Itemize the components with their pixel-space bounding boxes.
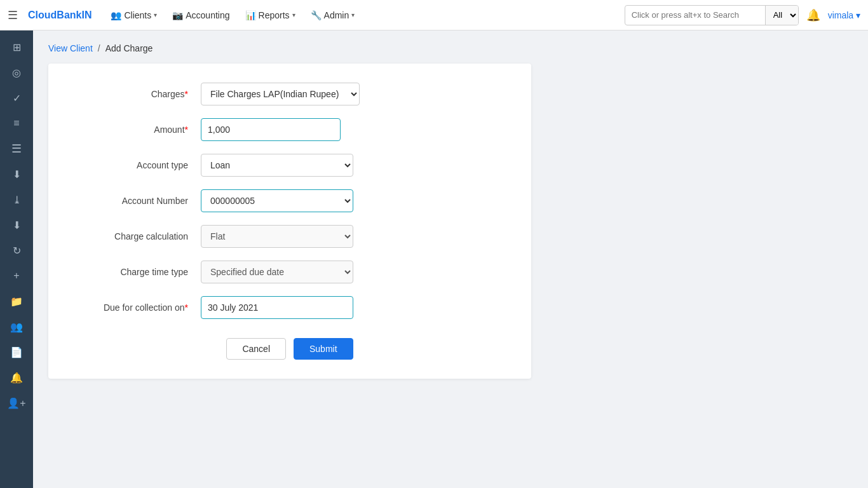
nav-label-admin: Admin — [324, 10, 349, 20]
sidebar-icon-file[interactable]: 📄 — [4, 341, 29, 363]
reports-icon: 📊 — [245, 10, 256, 20]
sidebar-icon-group[interactable]: 👥 — [4, 315, 29, 338]
sidebar-icon-check[interactable]: ✓ — [4, 86, 29, 109]
breadcrumb: View Client / Add Charge — [48, 43, 853, 53]
amount-label-text: Amount — [154, 125, 184, 135]
due-date-label: Due for collection on* — [74, 302, 201, 313]
hamburger-menu[interactable]: ☰ — [8, 8, 18, 22]
sidebar-icon-list2[interactable]: ☰ — [4, 137, 29, 160]
add-charge-form-card: Charges* File Charges LAP(Indian Rupee) … — [48, 64, 531, 379]
sidebar-icon-download3[interactable]: ⬇ — [4, 214, 29, 236]
nav-label-accounting: Accounting — [186, 10, 229, 20]
nav-item-admin[interactable]: 🔧 Admin ▾ — [304, 6, 362, 24]
sidebar-icon-folder[interactable]: 📁 — [4, 290, 29, 313]
charge-calc-row: Charge calculation Flat Percentage — [74, 225, 506, 248]
account-number-label: Account Number — [74, 196, 201, 206]
due-date-label-text: Due for collection on — [104, 302, 185, 313]
main-content: View Client / Add Charge Charges* File C… — [33, 30, 868, 488]
sidebar-icon-dashboard[interactable]: ⊞ — [4, 36, 29, 58]
sidebar-icon-list1[interactable]: ≡ — [4, 112, 29, 135]
charges-label: Charges* — [74, 89, 201, 99]
charges-required: * — [185, 89, 188, 99]
user-caret: ▾ — [856, 10, 860, 20]
nav-item-reports[interactable]: 📊 Reports ▾ — [239, 6, 302, 24]
reports-caret: ▾ — [292, 11, 295, 18]
account-number-select[interactable]: 000000005 000000006 000000007 — [201, 189, 353, 212]
notification-bell-icon[interactable]: 🔔 — [806, 8, 820, 22]
nav-label-reports: Reports — [259, 10, 290, 20]
nav-item-accounting[interactable]: 📷 Accounting — [166, 6, 236, 24]
sidebar-icon-plus[interactable]: + — [4, 264, 29, 287]
search-input[interactable] — [625, 10, 765, 20]
amount-label: Amount* — [74, 125, 201, 135]
navbar-right: All 🔔 vimala ▾ — [625, 5, 860, 25]
charge-time-label: Charge time type — [74, 267, 201, 277]
account-number-label-text: Account Number — [122, 196, 188, 206]
charges-row: Charges* File Charges LAP(Indian Rupee) … — [74, 83, 506, 105]
submit-button[interactable]: Submit — [294, 338, 353, 360]
nav-item-clients[interactable]: 👥 Clients ▾ — [104, 6, 163, 24]
charge-time-row: Charge time type Specified due date Mont… — [74, 261, 506, 283]
amount-required: * — [185, 125, 188, 135]
admin-caret: ▾ — [351, 11, 355, 18]
breadcrumb-parent[interactable]: View Client — [48, 43, 93, 53]
due-date-row: Due for collection on* — [74, 296, 506, 319]
account-number-row: Account Number 000000005 000000006 00000… — [74, 189, 506, 212]
cancel-button[interactable]: Cancel — [226, 338, 286, 360]
charge-calc-label: Charge calculation — [74, 231, 201, 241]
sidebar-icon-bell[interactable]: 🔔 — [4, 366, 29, 389]
amount-row: Amount* — [74, 118, 506, 141]
sidebar-icon-download1[interactable]: ⬇ — [4, 163, 29, 186]
accounting-icon: 📷 — [172, 10, 183, 20]
app-brand: CloudBankIN — [28, 10, 92, 21]
sidebar-icon-add-user[interactable]: 👤+ — [4, 391, 29, 414]
user-menu[interactable]: vimala ▾ — [828, 10, 860, 20]
due-date-required: * — [185, 302, 188, 313]
nav-label-clients: Clients — [124, 10, 151, 20]
account-type-label-text: Account type — [137, 160, 188, 170]
form-actions: Cancel Submit — [74, 338, 506, 360]
breadcrumb-current: Add Charge — [105, 43, 153, 53]
sidebar-icon-refresh[interactable]: ↻ — [4, 239, 29, 262]
charge-calc-select[interactable]: Flat Percentage — [201, 225, 353, 248]
sidebar-icon-circle[interactable]: ◎ — [4, 61, 29, 84]
clients-caret: ▾ — [154, 11, 157, 18]
charge-calc-label-text: Charge calculation — [114, 231, 188, 241]
search-box: All — [625, 5, 799, 25]
sidebar-icon-download2[interactable]: ⤓ — [4, 188, 29, 211]
breadcrumb-separator: / — [98, 43, 100, 53]
username-label: vimala — [828, 10, 853, 20]
charges-select[interactable]: File Charges LAP(Indian Rupee) Processin… — [201, 83, 360, 105]
account-type-select[interactable]: Loan Savings Current — [201, 154, 353, 177]
charge-time-label-text: Charge time type — [120, 267, 188, 277]
nav-menu: 👥 Clients ▾ 📷 Accounting 📊 Reports ▾ 🔧 A… — [104, 6, 624, 24]
admin-icon: 🔧 — [311, 10, 322, 20]
charge-time-select[interactable]: Specified due date Monthly Weekly — [201, 261, 353, 283]
clients-icon: 👥 — [111, 10, 121, 20]
search-scope-select[interactable]: All — [765, 5, 798, 25]
account-type-label: Account type — [74, 160, 201, 170]
account-type-row: Account type Loan Savings Current — [74, 154, 506, 177]
due-date-input[interactable] — [201, 296, 353, 319]
amount-input[interactable] — [201, 118, 341, 141]
sidebar: ⊞ ◎ ✓ ≡ ☰ ⬇ ⤓ ⬇ ↻ + 📁 👥 📄 🔔 👤+ — [0, 30, 33, 488]
charges-label-text: Charges — [151, 89, 185, 99]
